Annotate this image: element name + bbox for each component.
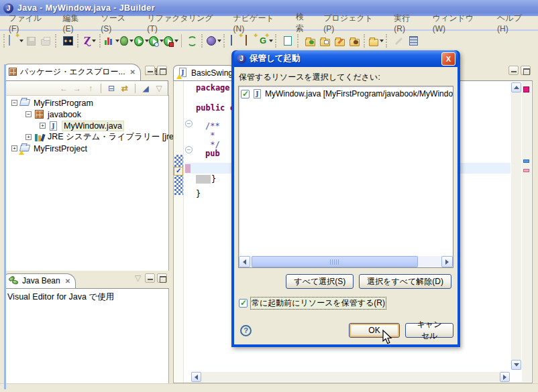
always-save-label[interactable]: 常に起動前にリソースを保管する(R) xyxy=(251,298,386,309)
copybook-button[interactable] xyxy=(280,33,295,49)
view-menu-button[interactable]: ▽ xyxy=(153,82,165,94)
maximize-panel-button[interactable] xyxy=(521,66,531,75)
chevron-down-icon[interactable] xyxy=(380,40,384,42)
minimize-panel-button[interactable] xyxy=(508,66,519,75)
print-button[interactable] xyxy=(38,33,53,49)
menu-refactoring[interactable]: リファクタリング(T) xyxy=(141,11,227,35)
scroll-right-button[interactable] xyxy=(441,256,453,267)
always-save-checkbox[interactable] xyxy=(239,299,248,308)
list-horizontal-scrollbar[interactable] xyxy=(239,256,453,267)
resource-list[interactable]: J MyWindow.java [MyFirstProgram/javabook… xyxy=(238,86,453,268)
web-browser-button[interactable] xyxy=(207,33,221,49)
minimize-panel-button[interactable] xyxy=(145,273,155,283)
menu-source[interactable]: ソース(S) xyxy=(95,11,141,35)
scroll-left-button[interactable] xyxy=(239,256,250,267)
scroll-down-button[interactable] xyxy=(511,360,521,370)
scroll-up-button[interactable] xyxy=(511,82,521,92)
chevron-down-icon[interactable] xyxy=(129,40,133,42)
tree-item-myfirstproject[interactable]: + MyFirstProject xyxy=(5,143,168,154)
cancel-button[interactable]: キャンセル xyxy=(405,323,453,338)
menu-help[interactable]: ヘルプ(H) xyxy=(491,11,538,35)
sync-button[interactable] xyxy=(184,33,199,49)
update-button[interactable]: Ɀ xyxy=(83,33,97,49)
open-bean-folder-button[interactable] xyxy=(303,33,317,49)
run-button[interactable] xyxy=(134,33,149,49)
editor-horizontal-scrollbar[interactable] xyxy=(191,372,510,382)
search-wizard-button[interactable]: ✦✦ xyxy=(60,33,75,49)
new-class-button[interactable]: ✦ xyxy=(229,33,244,49)
new-wizard-button[interactable]: ✦ xyxy=(9,33,23,49)
collapse-toggle[interactable]: − xyxy=(11,100,17,106)
tab-basicswing-editor[interactable]: J BasicSwing xyxy=(173,65,238,80)
new-group-button[interactable]: G✦ xyxy=(258,33,273,49)
dialog-close-button[interactable]: X xyxy=(441,52,455,66)
expand-toggle[interactable]: + xyxy=(11,145,17,151)
properties-button[interactable] xyxy=(406,33,421,49)
forward-button[interactable]: → xyxy=(71,82,83,94)
folders-button[interactable] xyxy=(369,33,384,49)
open-coffee-folder-button[interactable] xyxy=(347,33,362,49)
tree-item-myfirstprogram[interactable]: − MyFirstProgram xyxy=(5,97,168,109)
open-mail-folder-button[interactable] xyxy=(317,33,332,49)
menu-window[interactable]: ウィンドウ(W) xyxy=(427,11,491,35)
scrollbar-thumb[interactable] xyxy=(252,256,418,267)
view-menu-button[interactable]: ▽ xyxy=(133,273,143,283)
tab-package-explorer[interactable]: パッケージ・エクスプロー... ✕ xyxy=(4,64,141,80)
tree-item-jre-library[interactable]: + JRE システム・ライブラリー [jre] xyxy=(5,131,168,143)
open-brush-folder-button[interactable] xyxy=(332,33,347,49)
error-marker[interactable] xyxy=(523,86,529,92)
scroll-left-button[interactable] xyxy=(191,372,201,382)
chevron-down-icon[interactable] xyxy=(92,40,96,42)
profile-button[interactable] xyxy=(105,33,119,49)
help-button[interactable]: ? xyxy=(240,325,252,336)
maximize-panel-button[interactable] xyxy=(157,66,167,75)
scroll-right-button[interactable] xyxy=(500,372,510,382)
filter-button[interactable]: ◢ xyxy=(140,82,152,94)
up-button[interactable]: ↑ xyxy=(85,82,97,94)
java-file-icon: J xyxy=(48,121,59,131)
chevron-down-icon[interactable] xyxy=(174,40,178,42)
run-secure-button[interactable] xyxy=(164,33,178,49)
folding-ruler[interactable]: − − xyxy=(184,81,193,383)
menu-navigate[interactable]: ナビゲート(N) xyxy=(227,11,290,35)
tree-item-javabook[interactable]: − javabook xyxy=(5,109,168,120)
dialog-titlebar[interactable]: J 保管して起動 X xyxy=(234,50,458,67)
pen-button[interactable] xyxy=(391,33,406,49)
resource-list-item[interactable]: J MyWindow.java [MyFirstProgram/javabook… xyxy=(239,86,453,100)
minimize-panel-button[interactable] xyxy=(145,66,155,75)
menu-search[interactable]: 検索 xyxy=(290,10,317,36)
collapse-toggle[interactable]: − xyxy=(25,111,32,117)
link-with-editor-button[interactable]: ⇄ xyxy=(119,82,131,94)
select-all-button[interactable]: すべて選択(S) xyxy=(286,274,354,289)
chevron-down-icon[interactable] xyxy=(269,40,273,42)
fold-collapse-icon[interactable]: − xyxy=(185,120,193,127)
tree-item-mywindow[interactable]: + J MyWindow.java xyxy=(5,120,168,131)
info-marker[interactable] xyxy=(523,159,529,163)
expand-toggle[interactable]: + xyxy=(40,123,46,129)
expand-toggle[interactable]: + xyxy=(25,134,32,140)
code-line: pub xyxy=(205,149,220,158)
maximize-panel-button[interactable] xyxy=(157,273,167,283)
run-coverage-button[interactable] xyxy=(149,33,164,49)
menu-run[interactable]: 実行(R) xyxy=(388,11,426,35)
back-button[interactable]: ← xyxy=(58,82,70,94)
overview-ruler[interactable] xyxy=(522,82,531,382)
collapse-all-button[interactable]: ⊟ xyxy=(105,82,117,94)
menu-file[interactable]: ファイル(F) xyxy=(3,11,57,35)
new-package-button[interactable]: ✦ xyxy=(244,33,258,49)
resource-checkbox[interactable] xyxy=(241,90,250,99)
deselect-all-button[interactable]: 選択をすべて解除(D) xyxy=(359,274,451,289)
bean-tab-bar: Java Bean ✕ ▽ xyxy=(4,271,169,288)
editor-vertical-scrollbar[interactable] xyxy=(511,82,521,370)
annotation-ruler[interactable] xyxy=(174,81,184,383)
occurrence-marker[interactable] xyxy=(523,169,529,172)
chevron-down-icon[interactable] xyxy=(217,40,221,42)
fold-collapse-icon[interactable]: − xyxy=(185,146,193,153)
menu-edit[interactable]: 編集(E) xyxy=(57,11,95,35)
menu-project[interactable]: プロジェクト(P) xyxy=(317,11,388,35)
tab-java-bean[interactable]: Java Bean ✕ xyxy=(4,273,76,288)
debug-button[interactable] xyxy=(119,33,134,49)
close-icon[interactable]: ✕ xyxy=(65,277,70,285)
save-button[interactable] xyxy=(23,33,38,49)
close-icon[interactable]: ✕ xyxy=(130,68,136,76)
